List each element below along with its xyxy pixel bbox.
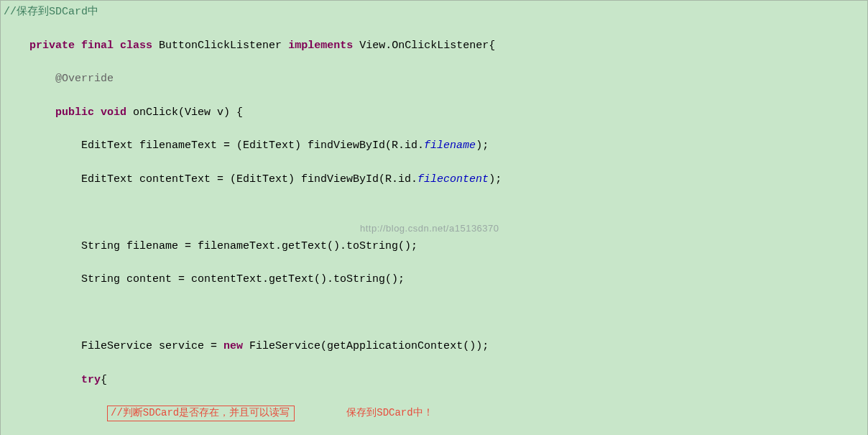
implements-name: View.OnClickListener{: [353, 40, 495, 52]
field-filename: filename: [424, 139, 476, 152]
code-line: EditText filenameText = (EditText) findV…: [4, 139, 424, 152]
code-line: String content = contentText.getText().t…: [4, 273, 405, 285]
code-line: FileService service =: [4, 340, 223, 352]
code-text: );: [476, 139, 489, 152]
kw-try: try: [81, 374, 101, 386]
kw-class: class: [120, 40, 152, 52]
method-signature: onClick(View v) {: [126, 106, 243, 119]
code-block: //保存到SDCard中 private final class ButtonC…: [1, 4, 867, 435]
code-line: EditText contentText = (EditText) findVi…: [4, 173, 417, 186]
annotation-box: //判断SDCard是否存在，并且可以读写: [107, 406, 295, 421]
kw-implements: implements: [288, 40, 353, 52]
code-text: );: [489, 173, 502, 186]
class-name: ButtonClickListener: [152, 40, 288, 52]
annotation-override: @Override: [55, 73, 114, 85]
field-filecontent: filecontent: [417, 173, 489, 186]
kw-new: new: [223, 340, 243, 352]
kw-final: final: [81, 40, 114, 52]
comment-top: //保存到SDCard中: [4, 6, 98, 18]
kw-void: void: [101, 106, 126, 119]
annotation-label: 保存到SDCard中！: [346, 407, 433, 418]
code-text: FileService(getApplicationContext());: [243, 340, 489, 352]
kw-private: private: [29, 40, 75, 52]
kw-public: public: [55, 106, 94, 119]
code-line: String filename = filenameText.getText()…: [4, 240, 417, 252]
brace: {: [101, 374, 107, 386]
